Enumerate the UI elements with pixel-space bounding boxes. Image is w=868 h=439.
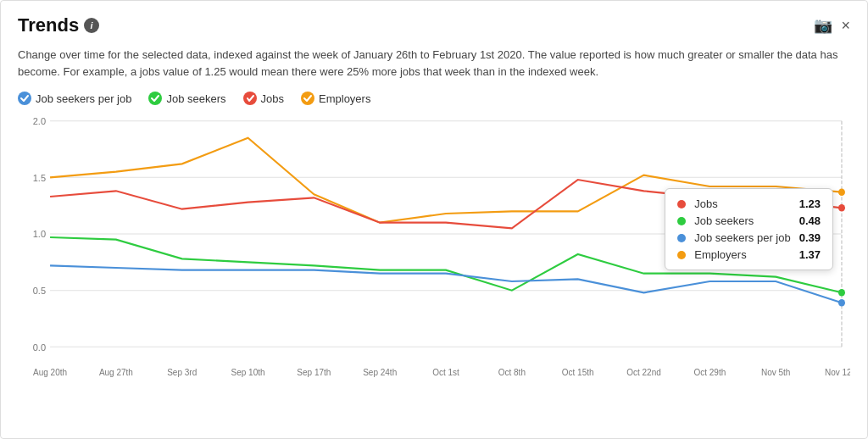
close-icon[interactable]: × [841,17,850,35]
legend-label-jobs: Jobs [261,92,284,105]
svg-text:2.0: 2.0 [33,116,46,126]
tooltip-row-job-seekers-per-job: Job seekers per job 0.39 [677,231,821,244]
info-icon[interactable]: i [84,18,99,33]
svg-text:1.5: 1.5 [33,172,46,182]
svg-point-31 [838,299,845,307]
svg-text:Aug 27th: Aug 27th [99,368,133,377]
legend-dot-employers [301,92,314,105]
header-actions: 📷 × [814,16,850,35]
tooltip-label-job-seekers-per-job: Job seekers per job [694,231,790,244]
tooltip-dot-employers [677,251,686,259]
svg-text:Oct 8th: Oct 8th [498,368,526,377]
svg-text:0.5: 0.5 [33,286,46,296]
svg-text:Sep 17th: Sep 17th [297,368,331,377]
svg-text:Nov 12th: Nov 12th [825,368,850,377]
tooltip-row-employers: Employers 1.37 [677,248,821,261]
legend-item-job-seekers[interactable]: Job seekers [148,92,225,105]
svg-text:Oct 29th: Oct 29th [693,368,726,377]
tooltip-row-jobs: Jobs 1.23 [677,197,821,210]
svg-text:Sep 24th: Sep 24th [363,368,397,377]
tooltip-dot-job-seekers-per-job [677,234,686,242]
tooltip: Jobs 1.23 Job seekers 0.48 Job seekers p… [665,188,833,270]
legend-dot-job-seekers [148,92,162,105]
tooltip-value-jobs: 1.23 [799,197,821,210]
tooltip-value-job-seekers-per-job: 0.39 [799,231,821,244]
svg-point-30 [838,289,845,297]
svg-text:Oct 1st: Oct 1st [432,368,459,377]
svg-point-3 [301,92,314,105]
tooltip-label-jobs: Jobs [694,197,790,210]
legend: Job seekers per job Job seekers Jobs Emp… [18,92,850,105]
legend-dot-jobs [243,92,257,105]
trends-panel: Trends i 📷 × Change over time for the se… [0,0,868,439]
svg-text:Oct 22nd: Oct 22nd [626,368,661,377]
description-text: Change over time for the selected data, … [18,47,849,80]
svg-text:Aug 20th: Aug 20th [33,368,67,377]
svg-text:0.0: 0.0 [33,342,46,352]
svg-point-28 [838,188,845,196]
legend-item-job-seekers-per-job[interactable]: Job seekers per job [18,92,131,105]
legend-item-jobs[interactable]: Jobs [243,92,284,105]
tooltip-label-job-seekers: Job seekers [694,214,790,227]
svg-point-1 [148,92,162,105]
svg-text:Sep 3rd: Sep 3rd [167,368,197,377]
title-group: Trends i [18,14,99,36]
tooltip-dot-job-seekers [677,217,686,225]
svg-point-29 [838,204,845,212]
tooltip-row-job-seekers: Job seekers 0.48 [677,214,821,227]
tooltip-dot-jobs [677,200,686,208]
svg-text:1.0: 1.0 [33,229,46,239]
camera-icon[interactable]: 📷 [814,16,832,35]
svg-point-0 [18,92,31,105]
svg-text:Nov 5th: Nov 5th [761,368,791,377]
tooltip-label-employers: Employers [694,248,790,261]
panel-header: Trends i 📷 × [18,14,850,36]
svg-text:Sep 10th: Sep 10th [231,368,265,377]
svg-point-2 [243,92,257,105]
tooltip-value-job-seekers: 0.48 [799,214,821,227]
panel-title: Trends [18,14,79,36]
tooltip-value-employers: 1.37 [799,248,821,261]
legend-item-employers[interactable]: Employers [301,92,370,105]
legend-label-employers: Employers [319,92,370,105]
chart-area: 0.00.51.01.52.0Aug 20thAug 27thSep 3rdSe… [18,112,850,383]
legend-dot-job-seekers-per-job [18,92,31,105]
svg-text:Oct 15th: Oct 15th [562,368,594,377]
legend-label-job-seekers: Job seekers [166,92,225,105]
legend-label-job-seekers-per-job: Job seekers per job [36,92,131,105]
